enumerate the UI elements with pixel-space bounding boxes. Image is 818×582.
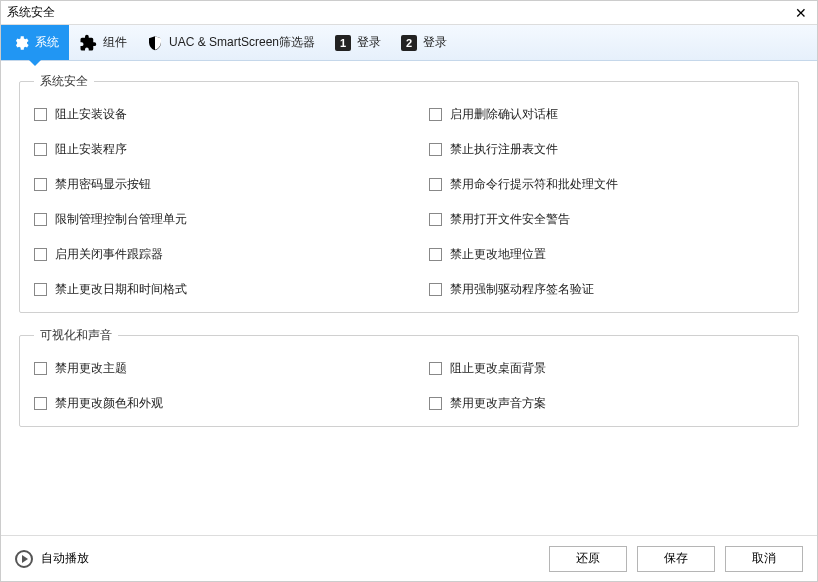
group-legend: 系统安全 — [34, 73, 94, 90]
checkbox-icon — [34, 283, 47, 296]
checkbox-icon — [429, 108, 442, 121]
checkbox-option[interactable]: 禁用密码显示按钮 — [34, 176, 389, 193]
tab-login-1[interactable]: 1 登录 — [325, 25, 391, 60]
checkbox-icon — [34, 248, 47, 261]
checkbox-icon — [429, 248, 442, 261]
tab-uac-smartscreen[interactable]: UAC & SmartScreen筛选器 — [137, 25, 325, 60]
checkbox-icon — [34, 178, 47, 191]
tab-label: 登录 — [423, 34, 447, 51]
checkbox-option[interactable]: 禁止执行注册表文件 — [429, 141, 784, 158]
group-visual-sound: 可视化和声音 禁用更改主题阻止更改桌面背景禁用更改颜色和外观禁用更改声音方案 — [19, 327, 799, 427]
checkbox-label: 禁用更改声音方案 — [450, 395, 546, 412]
checkbox-option[interactable]: 禁止更改日期和时间格式 — [34, 281, 389, 298]
checkbox-label: 限制管理控制台管理单元 — [55, 211, 187, 228]
checkbox-label: 禁用密码显示按钮 — [55, 176, 151, 193]
tab-label: 组件 — [103, 34, 127, 51]
gear-icon — [11, 34, 29, 52]
checkbox-option[interactable]: 阻止更改桌面背景 — [429, 360, 784, 377]
checkbox-icon — [34, 362, 47, 375]
checkbox-label: 禁用命令行提示符和批处理文件 — [450, 176, 618, 193]
tab-login-2[interactable]: 2 登录 — [391, 25, 457, 60]
checkbox-option[interactable]: 禁用强制驱动程序签名验证 — [429, 281, 784, 298]
checkbox-option[interactable]: 阻止安装程序 — [34, 141, 389, 158]
restore-button[interactable]: 还原 — [549, 546, 627, 572]
checkbox-option[interactable]: 禁用命令行提示符和批处理文件 — [429, 176, 784, 193]
number-badge-icon: 2 — [401, 35, 417, 51]
puzzle-icon — [79, 34, 97, 52]
checkbox-label: 阻止安装程序 — [55, 141, 127, 158]
checkbox-icon — [429, 362, 442, 375]
tab-label: 系统 — [35, 34, 59, 51]
shield-icon — [147, 34, 163, 52]
checkbox-option[interactable]: 启用关闭事件跟踪器 — [34, 246, 389, 263]
checkbox-label: 启用关闭事件跟踪器 — [55, 246, 163, 263]
save-button[interactable]: 保存 — [637, 546, 715, 572]
tab-label: 登录 — [357, 34, 381, 51]
tab-system[interactable]: 系统 — [1, 25, 69, 60]
checkbox-icon — [429, 283, 442, 296]
cancel-button[interactable]: 取消 — [725, 546, 803, 572]
window-title: 系统安全 — [7, 4, 55, 21]
titlebar: 系统安全 ✕ — [1, 1, 817, 25]
checkbox-option[interactable]: 禁用打开文件安全警告 — [429, 211, 784, 228]
tabbar: 系统 组件 UAC & SmartScreen筛选器 1 登录 2 登录 — [1, 25, 817, 61]
checkbox-icon — [429, 213, 442, 226]
checkbox-label: 禁止执行注册表文件 — [450, 141, 558, 158]
play-icon — [15, 550, 33, 568]
number-badge-icon: 1 — [335, 35, 351, 51]
checkbox-label: 禁止更改地理位置 — [450, 246, 546, 263]
autoplay-label: 自动播放 — [41, 550, 89, 567]
close-icon[interactable]: ✕ — [791, 5, 811, 21]
checkbox-option[interactable]: 禁止更改地理位置 — [429, 246, 784, 263]
checkbox-icon — [34, 213, 47, 226]
checkbox-option[interactable]: 禁用更改主题 — [34, 360, 389, 377]
checkbox-label: 禁用打开文件安全警告 — [450, 211, 570, 228]
checkbox-label: 禁用强制驱动程序签名验证 — [450, 281, 594, 298]
checkbox-label: 禁止更改日期和时间格式 — [55, 281, 187, 298]
checkbox-icon — [429, 397, 442, 410]
tab-label: UAC & SmartScreen筛选器 — [169, 34, 315, 51]
checkbox-label: 启用删除确认对话框 — [450, 106, 558, 123]
footer: 自动播放 还原 保存 取消 — [1, 535, 817, 581]
checkbox-option[interactable]: 限制管理控制台管理单元 — [34, 211, 389, 228]
checkbox-option[interactable]: 禁用更改声音方案 — [429, 395, 784, 412]
checkbox-icon — [34, 397, 47, 410]
checkbox-icon — [429, 178, 442, 191]
content-area: 系统安全 阻止安装设备启用删除确认对话框阻止安装程序禁止执行注册表文件禁用密码显… — [1, 61, 817, 535]
checkbox-icon — [34, 108, 47, 121]
checkbox-label: 禁用更改颜色和外观 — [55, 395, 163, 412]
checkbox-label: 阻止更改桌面背景 — [450, 360, 546, 377]
autoplay-button[interactable]: 自动播放 — [15, 550, 539, 568]
checkbox-icon — [34, 143, 47, 156]
group-system-security: 系统安全 阻止安装设备启用删除确认对话框阻止安装程序禁止执行注册表文件禁用密码显… — [19, 73, 799, 313]
tab-components[interactable]: 组件 — [69, 25, 137, 60]
checkbox-icon — [429, 143, 442, 156]
checkbox-label: 阻止安装设备 — [55, 106, 127, 123]
checkbox-label: 禁用更改主题 — [55, 360, 127, 377]
group-legend: 可视化和声音 — [34, 327, 118, 344]
checkbox-option[interactable]: 启用删除确认对话框 — [429, 106, 784, 123]
checkbox-option[interactable]: 禁用更改颜色和外观 — [34, 395, 389, 412]
checkbox-option[interactable]: 阻止安装设备 — [34, 106, 389, 123]
